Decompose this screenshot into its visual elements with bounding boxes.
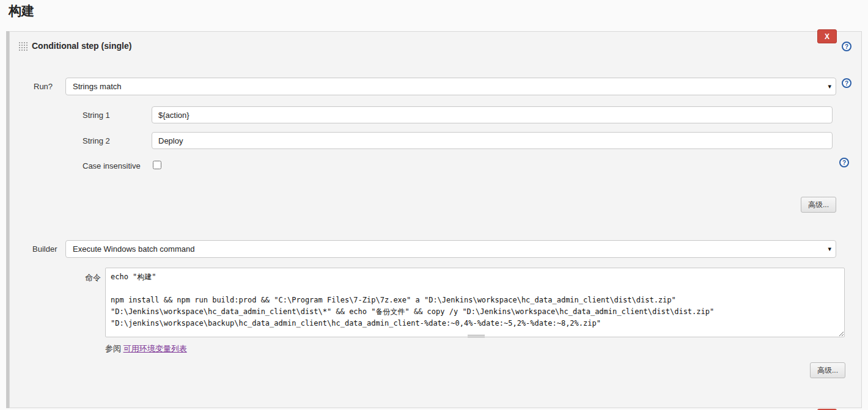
- case-insensitive-checkbox[interactable]: [153, 161, 161, 169]
- textarea-resize-handle[interactable]: [468, 335, 485, 339]
- page-title: 构建: [9, 2, 34, 20]
- chevron-down-icon: ▾: [828, 245, 831, 253]
- string2-input[interactable]: [152, 132, 833, 149]
- env-vars-prefix: 参阅: [105, 344, 121, 353]
- string1-input[interactable]: [152, 106, 833, 123]
- jenkins-build-config-page: 构建 Conditional step (single) X ? Run? St…: [0, 0, 868, 410]
- string2-label: String 2: [83, 136, 110, 145]
- chevron-down-icon: ▾: [828, 82, 831, 90]
- command-label: 命令: [85, 273, 101, 284]
- builder-label: Builder: [32, 244, 57, 254]
- run-condition-value: Strings match: [73, 82, 121, 91]
- advanced-button[interactable]: 高级...: [810, 362, 845, 378]
- advanced-button[interactable]: 高级...: [801, 197, 836, 213]
- drag-handle-icon[interactable]: [18, 42, 28, 51]
- env-vars-link[interactable]: 可用环境变量列表: [123, 344, 187, 353]
- run-condition-select[interactable]: Strings match ▾: [65, 78, 836, 95]
- help-icon[interactable]: ?: [842, 42, 851, 51]
- env-vars-row: 参阅 可用环境变量列表: [105, 343, 187, 354]
- case-insensitive-label: Case insensitive: [83, 161, 141, 170]
- help-icon[interactable]: ?: [842, 78, 851, 88]
- string1-label: String 1: [83, 111, 110, 120]
- builder-select[interactable]: Execute Windows batch command ▾: [65, 240, 836, 258]
- run-label: Run?: [34, 82, 53, 91]
- help-icon[interactable]: ?: [839, 158, 849, 167]
- builder-value: Execute Windows batch command: [73, 244, 194, 254]
- step-title: Conditional step (single): [32, 41, 131, 51]
- command-textarea[interactable]: echo "构建" npm install && npm run build:p…: [105, 268, 845, 337]
- delete-step-button[interactable]: X: [817, 29, 837, 43]
